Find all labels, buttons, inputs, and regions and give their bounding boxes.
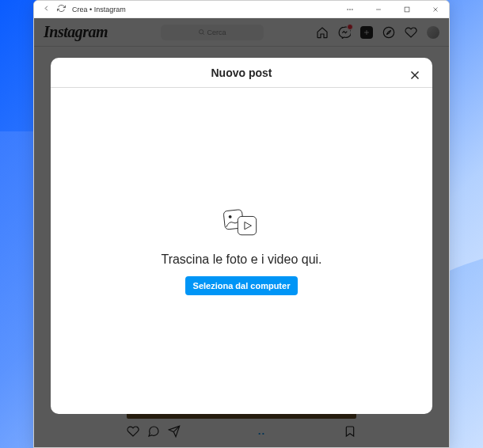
svg-point-2 [352, 9, 353, 9]
svg-rect-19 [238, 216, 256, 234]
modal-body[interactable]: Trascina le foto e i video qui. Selezion… [51, 88, 432, 414]
media-icon [219, 207, 264, 243]
window-title: Crea • Instagram [72, 6, 126, 13]
svg-point-1 [350, 9, 351, 9]
svg-point-0 [348, 9, 348, 9]
close-window-button[interactable] [424, 1, 447, 18]
maximize-button[interactable] [395, 1, 419, 18]
refresh-button[interactable] [57, 4, 66, 14]
modal-title: Nuovo post [211, 66, 272, 79]
svg-point-18 [228, 215, 231, 218]
back-button[interactable] [42, 4, 51, 14]
minimize-button[interactable] [367, 1, 390, 18]
svg-rect-4 [405, 7, 409, 12]
more-button[interactable] [338, 1, 362, 18]
app-window: Crea • Instagram Instagram Cerca [33, 0, 450, 448]
modal-header: Nuovo post [51, 58, 432, 88]
window-titlebar: Crea • Instagram [34, 1, 449, 18]
select-from-computer-button[interactable]: Seleziona dal computer [185, 276, 299, 295]
new-post-modal: Nuovo post Trascina le foto e i video qu… [51, 58, 432, 414]
drag-prompt: Trascina le foto e i video qui. [161, 252, 321, 267]
modal-overlay[interactable]: Nuovo post Trascina le foto e i video qu… [34, 18, 449, 447]
